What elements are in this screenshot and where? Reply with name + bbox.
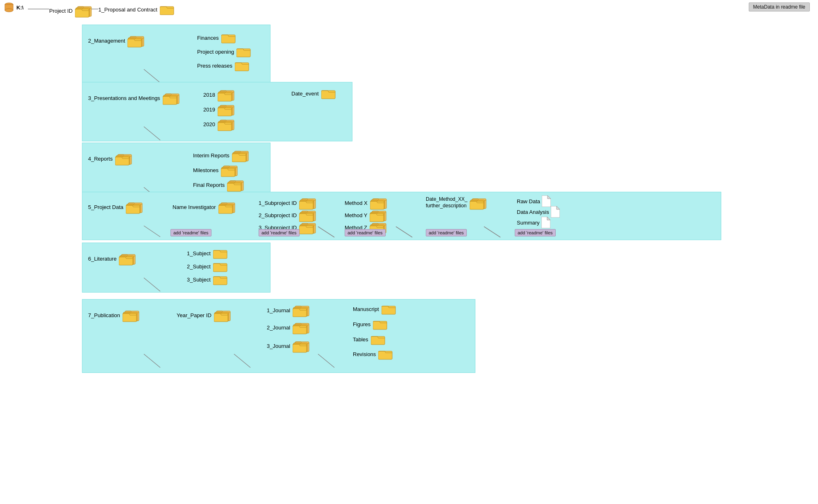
year-paper-connector bbox=[230, 352, 254, 368]
svg-marker-126 bbox=[548, 195, 551, 199]
management-folder bbox=[127, 33, 146, 48]
management-connector bbox=[140, 67, 164, 84]
date-event-folder bbox=[321, 87, 337, 100]
revisions-folder bbox=[378, 348, 394, 360]
proposal-folder bbox=[160, 3, 175, 16]
interim-reports-folder bbox=[232, 148, 251, 163]
method-connector bbox=[394, 226, 414, 238]
press-releases-folder bbox=[235, 59, 250, 72]
year-2020-label: 2020 bbox=[203, 121, 215, 127]
publication-connector bbox=[140, 352, 164, 368]
finances-label: Finances bbox=[197, 35, 219, 41]
presentations-folder bbox=[163, 91, 182, 105]
reports-folder bbox=[115, 151, 134, 166]
subproject1-label: 1_Subproject ID bbox=[259, 200, 297, 206]
svg-line-124 bbox=[484, 227, 500, 237]
subject2-folder bbox=[213, 260, 229, 272]
journal2-folder bbox=[293, 320, 311, 335]
svg-line-67 bbox=[144, 69, 160, 83]
year-2018-label: 2018 bbox=[203, 92, 215, 98]
subproject-connector bbox=[316, 226, 336, 238]
subject3-label: 3_Subject bbox=[187, 277, 211, 283]
press-releases-label: Press releases bbox=[197, 63, 232, 69]
year-2018-folder bbox=[218, 87, 236, 102]
tables-folder bbox=[371, 333, 386, 345]
journal2-label: 2_Journal bbox=[267, 325, 290, 331]
svg-line-81 bbox=[144, 127, 160, 140]
figures-folder bbox=[373, 318, 389, 330]
publication-label: 7_Publication bbox=[88, 312, 120, 318]
project-data-folder bbox=[126, 200, 145, 214]
readme-badge-methods: add 'readme' files bbox=[345, 229, 386, 236]
journal3-label: 3_Journal bbox=[267, 343, 290, 349]
subject1-folder bbox=[213, 247, 229, 259]
name-investigator-label: Name Investigator bbox=[173, 204, 216, 210]
method-y-label: Method Y bbox=[345, 212, 367, 218]
raw-data-doc bbox=[542, 195, 551, 207]
svg-line-146 bbox=[234, 354, 250, 368]
finances-folder bbox=[221, 32, 237, 44]
svg-line-131 bbox=[144, 226, 160, 237]
presentations-label: 3_Presentations and Meetings bbox=[88, 95, 160, 101]
final-reports-folder bbox=[227, 177, 246, 192]
year-paper-label: Year_Paper ID bbox=[177, 312, 211, 318]
literature-folder bbox=[119, 251, 138, 266]
project-id-folder bbox=[75, 3, 94, 18]
svg-marker-130 bbox=[547, 217, 550, 220]
project-data-main-connector bbox=[140, 224, 164, 238]
svg-line-110 bbox=[318, 227, 334, 237]
manuscript-folder bbox=[382, 303, 397, 315]
journal-connector bbox=[314, 352, 339, 368]
year-2019-label: 2019 bbox=[203, 107, 215, 113]
subproject3-folder bbox=[299, 220, 318, 235]
svg-line-120 bbox=[396, 227, 412, 237]
project-opening-folder bbox=[236, 45, 252, 58]
readme-badge-investigator: add 'readme' files bbox=[170, 229, 211, 236]
subject2-label: 2_Subject bbox=[187, 263, 211, 270]
proposal-area: 1_Proposal and Contract bbox=[98, 3, 175, 16]
journal1-label: 1_Journal bbox=[267, 307, 290, 313]
summary-doc bbox=[541, 217, 550, 228]
year-2019-folder bbox=[218, 102, 236, 117]
revisions-label: Revisions bbox=[353, 351, 376, 357]
figures-label: Figures bbox=[353, 321, 370, 327]
project-id-area: Project ID bbox=[49, 3, 94, 18]
date-event-label: Date_event bbox=[291, 91, 319, 97]
data-analysis-doc bbox=[551, 206, 560, 218]
year-paper-folder bbox=[214, 308, 233, 322]
data-analysis-label: Data Analysis bbox=[517, 209, 549, 215]
literature-connector bbox=[140, 276, 164, 292]
reports-label: 4_Reports bbox=[88, 156, 113, 162]
presentations-section: 3_Presentations and Meetings 2018 bbox=[82, 82, 352, 141]
metadata-badge: MetaData in readme file bbox=[749, 2, 810, 11]
publication-folder bbox=[123, 308, 141, 322]
presentations-connector bbox=[140, 125, 164, 141]
publication-section: 7_Publication Year_Paper ID bbox=[82, 299, 475, 373]
svg-line-145 bbox=[144, 354, 160, 368]
svg-line-138 bbox=[144, 278, 160, 291]
date-method-connector bbox=[482, 226, 502, 238]
date-method-folder bbox=[470, 195, 489, 210]
svg-line-156 bbox=[318, 354, 334, 368]
drive-area: K:\ bbox=[3, 2, 23, 12]
journal3-folder bbox=[293, 338, 311, 353]
proposal-label: 1_Proposal and Contract bbox=[98, 7, 157, 13]
tables-label: Tables bbox=[353, 336, 368, 343]
svg-point-56 bbox=[5, 9, 13, 12]
manuscript-label: Manuscript bbox=[353, 306, 379, 312]
svg-marker-128 bbox=[557, 206, 560, 209]
project-id-label: Project ID bbox=[49, 8, 73, 14]
subject1-label: 1_Subject bbox=[187, 250, 211, 257]
management-label: 2_Management bbox=[88, 38, 125, 44]
drive-label: K:\ bbox=[16, 5, 23, 11]
drive-icon bbox=[3, 2, 15, 12]
summary-label: Summary bbox=[517, 220, 540, 226]
readme-badge-files: add 'readme' files bbox=[515, 229, 556, 236]
readme-badge-subprojects: add 'readme' files bbox=[259, 229, 300, 236]
subproject2-label: 2_Subproject ID bbox=[259, 212, 297, 218]
year-2020-folder bbox=[218, 117, 236, 132]
date-method-label: Date_Method_XX_further_description bbox=[426, 196, 467, 209]
final-reports-label: Final Reports bbox=[193, 182, 225, 188]
project-data-label: 5_Project Data bbox=[88, 204, 123, 210]
method-x-label: Method X bbox=[345, 200, 368, 206]
